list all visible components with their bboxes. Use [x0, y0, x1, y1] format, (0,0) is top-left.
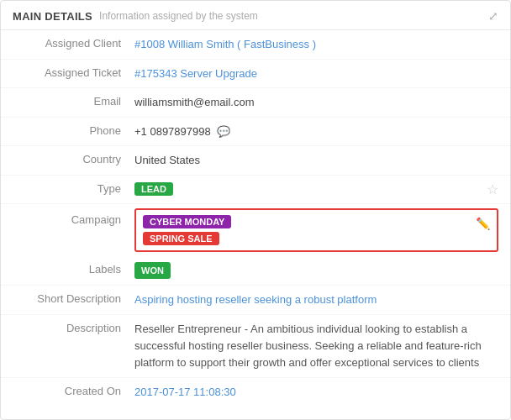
country-label: Country	[13, 152, 134, 165]
campaign-edit-icon[interactable]: ✏️	[476, 215, 490, 230]
email-label: Email	[13, 94, 134, 108]
campaign-label: Campaign	[13, 208, 134, 226]
assigned-client-value: #1008 William Smith ( FastBusiness )	[134, 36, 498, 53]
description-row: Description Reseller Entrepreneur - An a…	[1, 315, 510, 378]
star-icon[interactable]: ☆	[487, 181, 498, 197]
short-desc-value: Aspiring hosting reseller seeking a robu…	[134, 291, 498, 308]
country-row: Country United States	[1, 146, 510, 176]
card-header: MAIN DETAILS Information assigned by the…	[1, 1, 510, 30]
short-desc-row: Short Description Aspiring hosting resel…	[1, 286, 510, 315]
expand-icon[interactable]: ⤢	[488, 9, 498, 23]
whatsapp-icon[interactable]: 💬	[217, 125, 230, 138]
description-value: Reseller Entrepreneur - An ambitious ind…	[134, 321, 498, 371]
created-on-label: Created On	[13, 384, 134, 397]
labels-value: WON	[134, 262, 498, 280]
assigned-ticket-link[interactable]: #175343 Server Upgrade	[134, 67, 257, 80]
email-row: Email williamsmith@email.com	[1, 88, 510, 118]
created-on-value: 2017-07-17 11:08:30	[134, 384, 498, 401]
spring-sale-badge: SPRING SALE	[143, 232, 219, 245]
won-badge: WON	[134, 262, 171, 280]
campaign-cyber-badge-row: CYBER MONDAY	[143, 215, 471, 228]
type-badge: LEAD	[134, 182, 173, 196]
description-label: Description	[13, 321, 134, 334]
campaign-spring-badge-row: SPRING SALE	[143, 232, 471, 245]
phone-label: Phone	[13, 123, 134, 137]
assigned-client-link[interactable]: #1008 William Smith ( FastBusiness )	[134, 38, 316, 50]
card-title: MAIN DETAILS	[13, 10, 92, 23]
country-value: United States	[134, 152, 498, 169]
campaign-badges: CYBER MONDAY SPRING SALE	[143, 215, 471, 245]
campaign-container: CYBER MONDAY SPRING SALE ✏️	[134, 208, 498, 252]
campaign-outer-row: Campaign CYBER MONDAY SPRING SALE ✏️	[1, 204, 510, 256]
short-desc-link[interactable]: Aspiring hosting reseller seeking a robu…	[134, 293, 377, 306]
assigned-client-row: Assigned Client #1008 William Smith ( Fa…	[1, 30, 510, 60]
type-row: Type LEAD ☆	[1, 176, 510, 204]
short-desc-label: Short Description	[13, 291, 134, 305]
campaign-inner: CYBER MONDAY SPRING SALE ✏️	[143, 215, 490, 245]
phone-number: +1 0897897998	[134, 125, 211, 138]
created-on-row: Created On 2017-07-17 11:08:30	[1, 378, 510, 407]
assigned-ticket-value: #175343 Server Upgrade	[134, 66, 498, 82]
assigned-client-label: Assigned Client	[13, 36, 134, 50]
header-left: MAIN DETAILS Information assigned by the…	[13, 10, 258, 23]
phone-value: +1 0897897998 💬	[134, 123, 498, 140]
assigned-ticket-label: Assigned Ticket	[13, 66, 134, 79]
main-details-card: MAIN DETAILS Information assigned by the…	[0, 0, 511, 420]
card-subtitle: Information assigned by the system	[99, 10, 258, 22]
type-value: LEAD ☆	[134, 181, 498, 197]
type-label: Type	[13, 181, 134, 195]
email-value: williamsmith@email.com	[134, 94, 498, 111]
labels-row: Labels WON	[1, 256, 510, 286]
phone-row: Phone +1 0897897998 💬	[1, 118, 510, 147]
cyber-monday-badge: CYBER MONDAY	[143, 215, 231, 228]
assigned-ticket-row: Assigned Ticket #175343 Server Upgrade	[1, 60, 510, 89]
labels-label: Labels	[13, 262, 134, 276]
